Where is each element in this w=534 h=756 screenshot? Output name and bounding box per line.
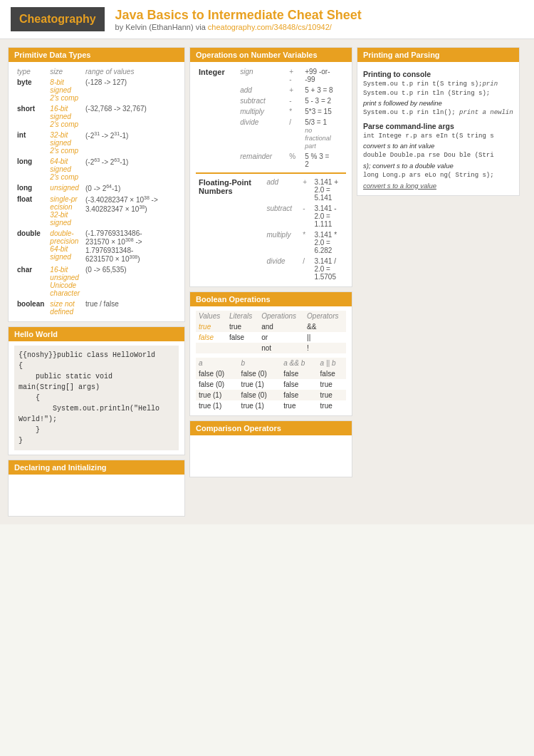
logo: Cheatography <box>11 7 105 31</box>
subtract-example: 5 - 3 = 2 <box>302 95 346 106</box>
print-console-title: Printing to console <box>363 70 513 78</box>
operations-header: Operations on Number Variables <box>190 48 352 62</box>
add-sym: + <box>286 85 302 95</box>
size-byte: 8-bitsigned2's comp <box>47 77 83 103</box>
multiply-label: multiply <box>237 106 286 117</box>
logo-text: Cheatography <box>19 13 96 25</box>
pdt-col-range: range of values <box>83 66 179 77</box>
fp-label: Floating-PointNumbers <box>196 177 264 203</box>
table-row: float single-precision32-bitsigned (-3.4… <box>14 194 179 228</box>
subtract-sym: - <box>286 95 302 106</box>
fp-add-example: 3.141 +2.0 =5.141 <box>311 177 346 203</box>
table-row: short 16-bitsigned2's comp (-32,768 -> 3… <box>14 103 179 130</box>
range-long-signed: (-263 -> 263-1) <box>83 156 179 182</box>
comparison-body <box>190 435 352 444</box>
size-double: double-precision64-bitsigned <box>47 228 83 264</box>
add-label: add <box>237 85 286 95</box>
header: Cheatography Java Basics to Intermediate… <box>0 0 534 39</box>
declaring-section: Declaring and Initializing <box>8 460 185 517</box>
ops-table: Integer sign +- +99 -or--99 add + 5 + 3 … <box>196 66 346 170</box>
parse-desc5: s); convert s to a double value <box>363 162 513 170</box>
pdt-header: Primitive Data Types <box>9 48 184 62</box>
divide-sym: / <box>286 117 302 151</box>
bool-oper-or: || <box>304 332 346 343</box>
remainder-example: 5 % 3 =2 <box>302 151 346 170</box>
bool-table: Values Literals Operations Operators tru… <box>196 311 346 353</box>
table-row: long unsigned (0 -> 264-1) <box>14 182 179 194</box>
parse-code5: double Double.pa rse Dou ble (Stri <box>363 151 513 160</box>
hello-world-body: {{noshy}}public class HelloWorld { publi… <box>9 341 184 455</box>
bool-val-false: false <box>196 332 226 343</box>
range-float: (-3.40282347 × 1038 -> 3.40282347 × 1038… <box>83 194 179 228</box>
fp-divide-sym: / <box>300 256 311 282</box>
bool-header-row: Values Literals Operations Operators <box>196 311 346 321</box>
type-long-signed: long <box>14 156 47 182</box>
add-example: 5 + 3 = 8 <box>302 85 346 95</box>
range-long-unsigned: (0 -> 264-1) <box>83 182 179 194</box>
table-row: subtract - 3.141 -2.0 =1.111 <box>196 203 346 229</box>
size-int: 32-bitsigned2's comp <box>47 130 83 156</box>
pdt-col-type: type <box>14 66 47 77</box>
printing-header: Printing and Parsing <box>357 48 519 62</box>
printing-body: Printing to console System.ou t.p rin t(… <box>357 62 519 195</box>
table-row: multiply * 3.141 *2.0 =6.282 <box>196 229 346 256</box>
size-long-signed: 64-bitsigned2's comp <box>47 156 83 182</box>
operations-section: Operations on Number Variables Integer s… <box>189 47 352 287</box>
table-row: true true and && <box>196 321 346 332</box>
print-code3: System.ou t.p rin tln(); print a newlin <box>363 108 513 118</box>
hello-world-section: Hello World {{noshy}}public class HelloW… <box>8 326 185 455</box>
range-char: (0 -> 65,535) <box>83 264 179 299</box>
type-int: int <box>14 130 47 156</box>
bool-lit-true: true <box>226 321 258 332</box>
size-float: single-precision32-bitsigned <box>47 194 83 228</box>
col-2: Operations on Number Variables Integer s… <box>187 45 355 519</box>
truth-table: a b a && b a || b false (0) false (0) fa… <box>196 358 346 411</box>
printing-section: Printing and Parsing Printing to console… <box>357 47 520 196</box>
table-row: subtract - 5 - 3 = 2 <box>196 95 346 106</box>
declaring-header: Declaring and Initializing <box>9 460 184 475</box>
type-long-unsigned: long <box>14 182 47 194</box>
fp-multiply-label: multiply <box>264 229 300 256</box>
bool-lit-false: false <box>226 332 258 343</box>
cheatography-link[interactable]: cheatography.com/34848/cs/10942/ <box>208 23 332 31</box>
type-double: double <box>14 228 47 264</box>
remainder-sym: % <box>286 151 302 170</box>
type-char: char <box>14 264 47 299</box>
range-int: (-231 -> 231-1) <box>83 130 179 156</box>
hello-world-code: {{noshy}}public class HelloWorld { publi… <box>14 346 179 450</box>
bool-op-and: and <box>258 321 304 332</box>
type-boolean: boolean <box>14 299 47 317</box>
table-row: not ! <box>196 343 346 353</box>
table-row: boolean size notdefined true / false <box>14 299 179 317</box>
parse-desc6: convert s to a long value <box>363 182 513 190</box>
subtract-label: subtract <box>237 95 286 106</box>
fp-add-sym: + <box>300 177 311 203</box>
print-code1: System.ou t.p rin t(S tring s);prin <box>363 80 513 89</box>
fp-divide-example: 3.141 /2.0 =1.5705 <box>311 256 346 282</box>
table-row: divide / 3.141 /2.0 =1.5705 <box>196 256 346 282</box>
fp-ops-table: Floating-PointNumbers add + 3.141 +2.0 =… <box>196 177 346 282</box>
table-row: false false or || <box>196 332 346 343</box>
fp-subtract-label: subtract <box>264 203 300 229</box>
type-float: float <box>14 194 47 228</box>
fp-multiply-example: 3.141 *2.0 =6.282 <box>311 229 346 256</box>
section-divider <box>196 172 346 174</box>
range-short: (-32,768 -> 32,767) <box>83 103 179 130</box>
range-double: (-1.79769313486-231570 × 10308 ->1.79769… <box>83 228 179 264</box>
parse-title: Parse command-line args <box>363 122 513 130</box>
pdt-table: type size range of values byte 8-bitsign… <box>14 66 179 317</box>
fp-add-label: add <box>264 177 300 203</box>
page-subtitle: by Kelvin (EthanHann) via cheatography.c… <box>115 23 362 31</box>
divide-label: divide <box>237 117 286 151</box>
truth-col-b: b <box>239 358 281 368</box>
operations-body: Integer sign +- +99 -or--99 add + 5 + 3 … <box>190 62 352 286</box>
bool-op-not: not <box>258 343 304 353</box>
remainder-label: remainder <box>237 151 286 170</box>
sign-label: sign <box>237 66 286 85</box>
truth-header-row: a b a && b a || b <box>196 358 346 368</box>
range-byte: (-128 -> 127) <box>83 77 179 103</box>
table-row: Floating-PointNumbers add + 3.141 +2.0 =… <box>196 177 346 203</box>
table-row: add + 5 + 3 = 8 <box>196 85 346 95</box>
comparison-section: Comparison Operators <box>189 420 352 477</box>
truth-col-a: a <box>196 358 239 368</box>
